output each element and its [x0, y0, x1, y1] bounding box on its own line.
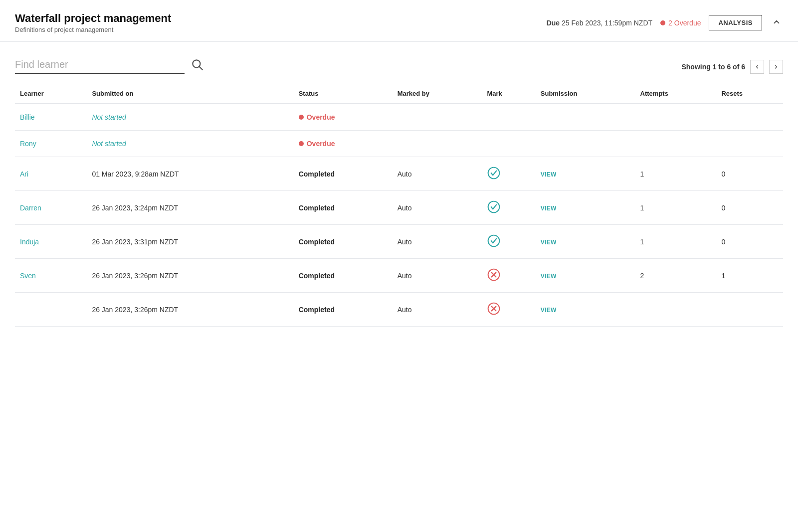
collapse-button[interactable] — [770, 15, 783, 30]
mark-cell — [482, 131, 535, 157]
attempts-cell: 1 — [635, 225, 717, 259]
status-overdue: Overdue — [299, 113, 388, 121]
col-submitted-on: Submitted on — [87, 84, 293, 104]
learner-link[interactable]: Ari — [20, 170, 28, 178]
table-header: Learner Submitted on Status Marked by Ma… — [15, 84, 783, 104]
marked-by-cell: Auto — [393, 259, 482, 293]
search-icon — [191, 58, 203, 72]
status-completed: Completed — [299, 306, 335, 314]
learner-link[interactable]: Darren — [20, 204, 41, 212]
view-submission-link[interactable]: VIEW — [541, 171, 557, 178]
analysis-button[interactable]: ANALYSIS — [709, 15, 762, 30]
learner-link[interactable]: Sven — [20, 272, 36, 280]
overdue-status-dot — [299, 115, 304, 120]
submission-cell: VIEW — [536, 191, 635, 225]
search-input[interactable] — [15, 56, 185, 74]
marked-by-cell: Auto — [393, 191, 482, 225]
mark-cell — [482, 157, 535, 191]
status-completed: Completed — [299, 272, 335, 280]
submitted-on-cell: Not started — [87, 131, 293, 157]
resets-cell — [716, 104, 783, 131]
learner-table: Learner Submitted on Status Marked by Ma… — [15, 84, 783, 327]
view-submission-link[interactable]: VIEW — [541, 239, 557, 246]
attempts-cell — [635, 293, 717, 327]
overdue-badge: 2 Overdue — [660, 19, 701, 27]
view-submission-link[interactable]: VIEW — [541, 307, 557, 314]
submission-cell: VIEW — [536, 225, 635, 259]
table-row: Sven26 Jan 2023, 3:26pm NZDTCompletedAut… — [15, 259, 783, 293]
status-completed: Completed — [299, 238, 335, 246]
pagination-prev-button[interactable] — [750, 60, 764, 74]
col-mark: Mark — [482, 84, 535, 104]
mark-cell — [482, 191, 535, 225]
submission-cell: VIEW — [536, 293, 635, 327]
mark-cell — [482, 259, 535, 293]
svg-point-4 — [488, 235, 500, 247]
mark-cross-icon — [487, 268, 501, 282]
overdue-dot-icon — [660, 20, 665, 25]
col-resets: Resets — [716, 84, 783, 104]
status-completed: Completed — [299, 170, 335, 178]
learner-link[interactable]: Billie — [20, 113, 35, 121]
resets-cell: 1 — [716, 259, 783, 293]
page-subtitle: Definitions of project management — [15, 26, 171, 33]
header-right: Due 25 Feb 2023, 11:59pm NZDT 2 Overdue … — [547, 15, 783, 30]
learner-link[interactable]: Induja — [20, 238, 39, 246]
svg-line-1 — [200, 66, 202, 69]
resets-cell — [716, 131, 783, 157]
resets-cell — [716, 293, 783, 327]
submission-cell — [536, 131, 635, 157]
learner-link[interactable]: Rony — [20, 140, 36, 148]
status-cell: Completed — [294, 293, 393, 327]
page-header: Waterfall project management Definitions… — [0, 0, 798, 42]
submitted-on-cell: 01 Mar 2023, 9:28am NZDT — [87, 157, 293, 191]
marked-by-cell — [393, 104, 482, 131]
submitted-on-cell: 26 Jan 2023, 3:26pm NZDT — [87, 259, 293, 293]
mark-check-icon — [487, 200, 501, 214]
pagination-showing-text: Showing 1 to 6 of 6 — [681, 63, 745, 71]
view-submission-link[interactable]: VIEW — [541, 205, 557, 212]
submitted-on-cell: 26 Jan 2023, 3:24pm NZDT — [87, 191, 293, 225]
status-completed: Completed — [299, 204, 335, 212]
table-row: 26 Jan 2023, 3:26pm NZDTCompletedAuto VI… — [15, 293, 783, 327]
table-row: RonyNot startedOverdue — [15, 131, 783, 157]
mark-check-icon — [487, 166, 501, 180]
col-status: Status — [294, 84, 393, 104]
col-learner: Learner — [15, 84, 87, 104]
mark-check-icon — [487, 234, 501, 248]
attempts-cell: 1 — [635, 157, 717, 191]
table-row: Induja26 Jan 2023, 3:31pm NZDTCompletedA… — [15, 225, 783, 259]
status-cell: Completed — [294, 157, 393, 191]
page-title: Waterfall project management — [15, 12, 171, 25]
chevron-left-icon — [754, 64, 760, 70]
mark-cell — [482, 225, 535, 259]
svg-point-3 — [488, 201, 500, 213]
svg-point-2 — [488, 168, 500, 179]
submitted-on-cell: Not started — [87, 104, 293, 131]
pagination-next-button[interactable] — [769, 60, 783, 74]
view-submission-link[interactable]: VIEW — [541, 273, 557, 280]
due-date-text: Due 25 Feb 2023, 11:59pm NZDT — [547, 19, 652, 27]
submitted-on-cell: 26 Jan 2023, 3:31pm NZDT — [87, 225, 293, 259]
mark-cell — [482, 293, 535, 327]
pagination-info: Showing 1 to 6 of 6 — [681, 60, 783, 74]
submitted-on-cell: 26 Jan 2023, 3:26pm NZDT — [87, 293, 293, 327]
attempts-cell: 2 — [635, 259, 717, 293]
table-row: Ari01 Mar 2023, 9:28am NZDTCompletedAuto… — [15, 157, 783, 191]
marked-by-cell: Auto — [393, 157, 482, 191]
marked-by-cell — [393, 131, 482, 157]
table-wrapper: Learner Submitted on Status Marked by Ma… — [0, 84, 798, 327]
table-row: Darren26 Jan 2023, 3:24pm NZDTCompletedA… — [15, 191, 783, 225]
status-cell: Overdue — [294, 131, 393, 157]
submission-cell: VIEW — [536, 157, 635, 191]
submission-cell — [536, 104, 635, 131]
table-row: BillieNot startedOverdue — [15, 104, 783, 131]
mark-cross-icon — [487, 302, 501, 316]
attempts-cell: 1 — [635, 191, 717, 225]
overdue-status-dot — [299, 141, 304, 146]
status-cell: Overdue — [294, 104, 393, 131]
table-body: BillieNot startedOverdueRonyNot startedO… — [15, 104, 783, 327]
attempts-cell — [635, 131, 717, 157]
attempts-cell — [635, 104, 717, 131]
chevron-right-icon — [773, 64, 779, 70]
